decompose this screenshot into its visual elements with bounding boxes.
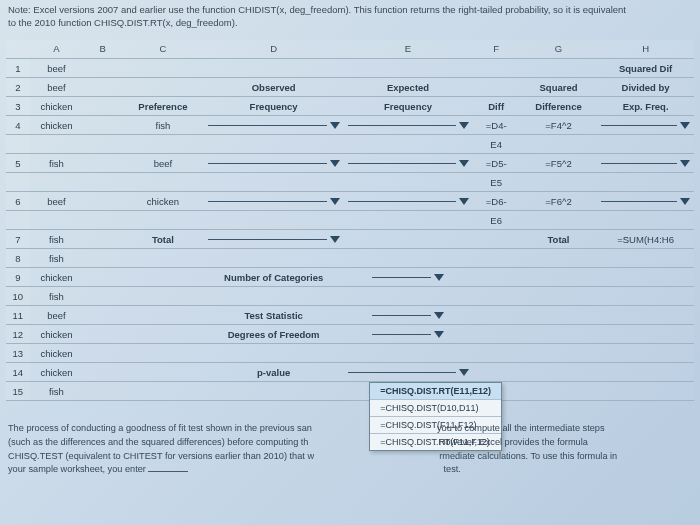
cell-A13: chicken [30, 344, 84, 363]
table-row: E5 [6, 173, 694, 192]
cell-D5-dropdown[interactable] [204, 154, 344, 173]
note-line-2: to the 2010 function CHISQ.DIST.RT(x, de… [8, 17, 692, 30]
cell-H5-dropdown[interactable] [597, 154, 694, 173]
cell-E12-dropdown[interactable] [344, 325, 473, 344]
footer-text: rmediate calculations. To use this formu… [439, 451, 617, 461]
blank-input[interactable] [148, 471, 188, 472]
table-row: 4 chicken fish =D4- =F4^2 [6, 116, 694, 135]
cell-C4: fish [122, 116, 204, 135]
cell-A1: beef [30, 59, 84, 78]
col-H: H [597, 40, 694, 59]
chevron-down-icon [330, 122, 340, 129]
note-line-1: Note: Excel versions 2007 and earlier us… [8, 4, 692, 17]
cell-E3: Frequency [344, 97, 473, 116]
cell-H6-dropdown[interactable] [597, 192, 694, 211]
col-E: E [344, 40, 473, 59]
grid-table: A B C D E F G H 1 beef Squared Dif 2 bee… [6, 40, 694, 402]
chevron-down-icon [680, 160, 690, 167]
cell-A10: fish [30, 287, 84, 306]
formula-option-1[interactable]: =CHISQ.DIST.RT(E11,E12) [370, 383, 501, 400]
col-F: F [473, 40, 520, 59]
chevron-down-icon [330, 236, 340, 243]
table-row: E6 [6, 211, 694, 230]
cell-F6b: E6 [473, 211, 520, 230]
cell-G3: Difference [520, 97, 597, 116]
cell-F5b: E5 [473, 173, 520, 192]
table-row: 8 fish [6, 249, 694, 268]
chevron-down-icon [330, 160, 340, 167]
chevron-down-icon [680, 122, 690, 129]
col-C: C [122, 40, 204, 59]
footer-text: (such as the differences and the squared… [8, 437, 308, 447]
table-row: 2 beef Observed Expected Squared Divided… [6, 78, 694, 97]
cell-D14: p-value [204, 363, 344, 382]
footer-text: you to compute all the intermediate step… [437, 423, 605, 433]
footer-text: The process of conducting a goodness of … [8, 423, 312, 433]
cell-A6: beef [30, 192, 84, 211]
cell-G6: =F6^2 [520, 192, 597, 211]
cell-D12: Degrees of Freedom [204, 325, 344, 344]
cell-E9-dropdown[interactable] [344, 268, 473, 287]
cell-A9: chicken [30, 268, 84, 287]
footer-text: test. [444, 464, 461, 474]
chevron-down-icon [434, 274, 444, 281]
cell-H4-dropdown[interactable] [597, 116, 694, 135]
table-row: 7 fish Total Total =SUM(H4:H6 [6, 230, 694, 249]
cell-E2: Expected [344, 78, 473, 97]
cell-D4-dropdown[interactable] [204, 116, 344, 135]
formula-option-2[interactable]: =CHISQ.DIST(D10,D11) [370, 400, 501, 417]
cell-G4: =F4^2 [520, 116, 597, 135]
table-row: 13 chicken [6, 344, 694, 363]
cell-E14-dropdown[interactable] [344, 363, 473, 382]
chevron-down-icon [434, 312, 444, 319]
table-row: 1 beef Squared Dif [6, 59, 694, 78]
cell-C5: beef [122, 154, 204, 173]
cell-H3: Exp. Freq. [597, 97, 694, 116]
table-row: 3 chicken Preference Frequency Frequency… [6, 97, 694, 116]
footer-text: . However, Excel provides the formula [434, 437, 588, 447]
table-row: 5 fish beef =D5- =F5^2 [6, 154, 694, 173]
header-row: A B C D E F G H [6, 40, 694, 59]
cell-G7: Total [520, 230, 597, 249]
cell-E4-dropdown[interactable] [344, 116, 473, 135]
table-row: 12 chicken Degrees of Freedom [6, 325, 694, 344]
chevron-down-icon [680, 198, 690, 205]
col-A: A [30, 40, 84, 59]
cell-A7: fish [30, 230, 84, 249]
cell-F3: Diff [473, 97, 520, 116]
cell-C6: chicken [122, 192, 204, 211]
chevron-down-icon [434, 331, 444, 338]
cell-H2: Divided by [597, 78, 694, 97]
cell-A3: chicken [30, 97, 84, 116]
cell-E6-dropdown[interactable] [344, 192, 473, 211]
cell-A5: fish [30, 154, 84, 173]
cell-F4: =D4- [486, 120, 507, 131]
cell-D9: Number of Categories [204, 268, 344, 287]
cell-E11-dropdown[interactable] [344, 306, 473, 325]
cell-A8: fish [30, 249, 84, 268]
cell-A15: fish [30, 382, 84, 401]
spreadsheet: A B C D E F G H 1 beef Squared Dif 2 bee… [6, 40, 694, 402]
cell-A11: beef [30, 306, 84, 325]
col-B: B [83, 40, 122, 59]
note-text: Note: Excel versions 2007 and earlier us… [0, 0, 700, 32]
cell-D7-dropdown[interactable] [204, 230, 344, 249]
cell-A4: chicken [30, 116, 84, 135]
table-row: 11 beef Test Statistic [6, 306, 694, 325]
cell-F6: =D6- [486, 196, 507, 207]
table-row: 9 chicken Number of Categories [6, 268, 694, 287]
col-D: D [204, 40, 344, 59]
cell-D2: Observed [204, 78, 344, 97]
cell-A14: chicken [30, 363, 84, 382]
cell-D6-dropdown[interactable] [204, 192, 344, 211]
cell-G5: =F5^2 [520, 154, 597, 173]
cell-A2: beef [30, 78, 84, 97]
cell-A12: chicken [30, 325, 84, 344]
cell-E5-dropdown[interactable] [344, 154, 473, 173]
col-G: G [520, 40, 597, 59]
footer-text: CHISQ.TEST (equivalent to CHITEST for ve… [8, 451, 314, 461]
chevron-down-icon [330, 198, 340, 205]
cell-D3: Frequency [204, 97, 344, 116]
table-row: 6 beef chicken =D6- =F6^2 [6, 192, 694, 211]
cell-C3: Preference [122, 97, 204, 116]
